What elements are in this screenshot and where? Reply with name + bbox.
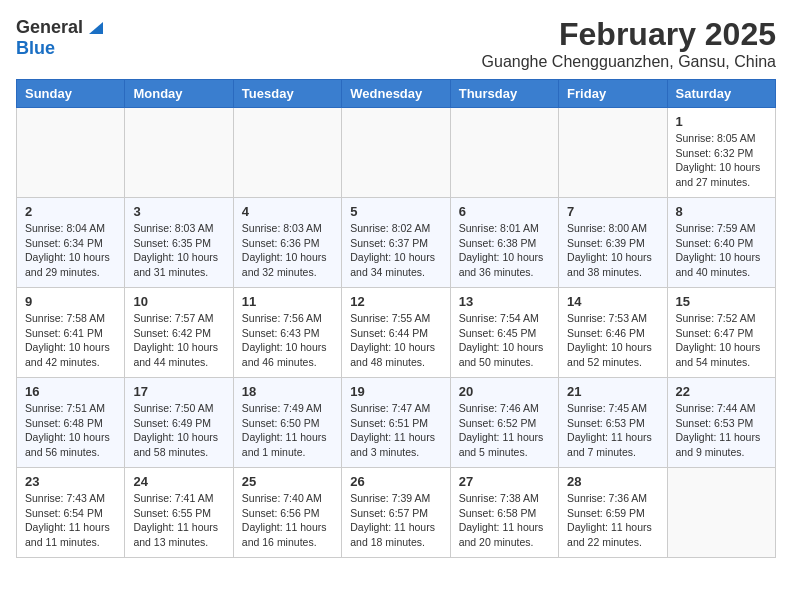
header-cell-sunday: Sunday — [17, 80, 125, 108]
day-info: Sunrise: 7:51 AM Sunset: 6:48 PM Dayligh… — [25, 401, 116, 460]
day-info: Sunrise: 7:40 AM Sunset: 6:56 PM Dayligh… — [242, 491, 333, 550]
day-cell: 7Sunrise: 8:00 AM Sunset: 6:39 PM Daylig… — [559, 198, 667, 288]
day-cell — [450, 108, 558, 198]
day-cell: 24Sunrise: 7:41 AM Sunset: 6:55 PM Dayli… — [125, 468, 233, 558]
day-cell: 8Sunrise: 7:59 AM Sunset: 6:40 PM Daylig… — [667, 198, 775, 288]
header-cell-saturday: Saturday — [667, 80, 775, 108]
day-number: 6 — [459, 204, 550, 219]
calendar-body: 1Sunrise: 8:05 AM Sunset: 6:32 PM Daylig… — [17, 108, 776, 558]
day-cell — [667, 468, 775, 558]
day-cell: 19Sunrise: 7:47 AM Sunset: 6:51 PM Dayli… — [342, 378, 450, 468]
day-number: 22 — [676, 384, 767, 399]
day-number: 5 — [350, 204, 441, 219]
logo-blue-text: Blue — [16, 38, 55, 58]
day-number: 21 — [567, 384, 658, 399]
week-row-1: 1Sunrise: 8:05 AM Sunset: 6:32 PM Daylig… — [17, 108, 776, 198]
day-cell — [559, 108, 667, 198]
day-info: Sunrise: 8:03 AM Sunset: 6:36 PM Dayligh… — [242, 221, 333, 280]
day-info: Sunrise: 7:46 AM Sunset: 6:52 PM Dayligh… — [459, 401, 550, 460]
title-area: February 2025 Guanghe Chengguanzhen, Gan… — [482, 16, 776, 71]
day-number: 18 — [242, 384, 333, 399]
logo-icon — [85, 16, 103, 34]
day-info: Sunrise: 7:50 AM Sunset: 6:49 PM Dayligh… — [133, 401, 224, 460]
day-info: Sunrise: 7:39 AM Sunset: 6:57 PM Dayligh… — [350, 491, 441, 550]
day-cell: 12Sunrise: 7:55 AM Sunset: 6:44 PM Dayli… — [342, 288, 450, 378]
day-number: 20 — [459, 384, 550, 399]
day-number: 10 — [133, 294, 224, 309]
day-info: Sunrise: 7:38 AM Sunset: 6:58 PM Dayligh… — [459, 491, 550, 550]
day-number: 14 — [567, 294, 658, 309]
day-info: Sunrise: 7:43 AM Sunset: 6:54 PM Dayligh… — [25, 491, 116, 550]
day-number: 15 — [676, 294, 767, 309]
header-cell-thursday: Thursday — [450, 80, 558, 108]
day-number: 19 — [350, 384, 441, 399]
day-cell: 3Sunrise: 8:03 AM Sunset: 6:35 PM Daylig… — [125, 198, 233, 288]
header-cell-monday: Monday — [125, 80, 233, 108]
day-cell: 11Sunrise: 7:56 AM Sunset: 6:43 PM Dayli… — [233, 288, 341, 378]
header-cell-friday: Friday — [559, 80, 667, 108]
day-info: Sunrise: 7:44 AM Sunset: 6:53 PM Dayligh… — [676, 401, 767, 460]
week-row-2: 2Sunrise: 8:04 AM Sunset: 6:34 PM Daylig… — [17, 198, 776, 288]
week-row-4: 16Sunrise: 7:51 AM Sunset: 6:48 PM Dayli… — [17, 378, 776, 468]
day-cell: 21Sunrise: 7:45 AM Sunset: 6:53 PM Dayli… — [559, 378, 667, 468]
day-cell: 28Sunrise: 7:36 AM Sunset: 6:59 PM Dayli… — [559, 468, 667, 558]
day-info: Sunrise: 8:03 AM Sunset: 6:35 PM Dayligh… — [133, 221, 224, 280]
header: General Blue February 2025 Guanghe Cheng… — [16, 16, 776, 71]
page-title: February 2025 — [482, 16, 776, 53]
svg-marker-0 — [89, 22, 103, 34]
day-number: 9 — [25, 294, 116, 309]
logo: General Blue — [16, 16, 103, 59]
day-info: Sunrise: 8:00 AM Sunset: 6:39 PM Dayligh… — [567, 221, 658, 280]
day-info: Sunrise: 7:57 AM Sunset: 6:42 PM Dayligh… — [133, 311, 224, 370]
day-number: 24 — [133, 474, 224, 489]
header-row: SundayMondayTuesdayWednesdayThursdayFrid… — [17, 80, 776, 108]
day-info: Sunrise: 7:52 AM Sunset: 6:47 PM Dayligh… — [676, 311, 767, 370]
week-row-5: 23Sunrise: 7:43 AM Sunset: 6:54 PM Dayli… — [17, 468, 776, 558]
day-number: 1 — [676, 114, 767, 129]
day-info: Sunrise: 7:58 AM Sunset: 6:41 PM Dayligh… — [25, 311, 116, 370]
day-info: Sunrise: 7:55 AM Sunset: 6:44 PM Dayligh… — [350, 311, 441, 370]
day-number: 28 — [567, 474, 658, 489]
day-cell: 6Sunrise: 8:01 AM Sunset: 6:38 PM Daylig… — [450, 198, 558, 288]
header-cell-tuesday: Tuesday — [233, 80, 341, 108]
day-cell — [125, 108, 233, 198]
day-number: 7 — [567, 204, 658, 219]
day-info: Sunrise: 7:56 AM Sunset: 6:43 PM Dayligh… — [242, 311, 333, 370]
day-number: 3 — [133, 204, 224, 219]
day-cell: 26Sunrise: 7:39 AM Sunset: 6:57 PM Dayli… — [342, 468, 450, 558]
day-number: 4 — [242, 204, 333, 219]
day-cell: 4Sunrise: 8:03 AM Sunset: 6:36 PM Daylig… — [233, 198, 341, 288]
day-info: Sunrise: 7:53 AM Sunset: 6:46 PM Dayligh… — [567, 311, 658, 370]
week-row-3: 9Sunrise: 7:58 AM Sunset: 6:41 PM Daylig… — [17, 288, 776, 378]
day-cell: 14Sunrise: 7:53 AM Sunset: 6:46 PM Dayli… — [559, 288, 667, 378]
day-info: Sunrise: 7:36 AM Sunset: 6:59 PM Dayligh… — [567, 491, 658, 550]
day-info: Sunrise: 8:05 AM Sunset: 6:32 PM Dayligh… — [676, 131, 767, 190]
day-info: Sunrise: 7:54 AM Sunset: 6:45 PM Dayligh… — [459, 311, 550, 370]
day-cell — [17, 108, 125, 198]
day-info: Sunrise: 8:01 AM Sunset: 6:38 PM Dayligh… — [459, 221, 550, 280]
header-cell-wednesday: Wednesday — [342, 80, 450, 108]
day-number: 13 — [459, 294, 550, 309]
calendar-table: SundayMondayTuesdayWednesdayThursdayFrid… — [16, 79, 776, 558]
day-cell: 5Sunrise: 8:02 AM Sunset: 6:37 PM Daylig… — [342, 198, 450, 288]
day-cell: 1Sunrise: 8:05 AM Sunset: 6:32 PM Daylig… — [667, 108, 775, 198]
day-info: Sunrise: 8:02 AM Sunset: 6:37 PM Dayligh… — [350, 221, 441, 280]
day-number: 27 — [459, 474, 550, 489]
day-cell: 22Sunrise: 7:44 AM Sunset: 6:53 PM Dayli… — [667, 378, 775, 468]
day-cell: 23Sunrise: 7:43 AM Sunset: 6:54 PM Dayli… — [17, 468, 125, 558]
day-number: 11 — [242, 294, 333, 309]
day-cell: 18Sunrise: 7:49 AM Sunset: 6:50 PM Dayli… — [233, 378, 341, 468]
day-cell: 17Sunrise: 7:50 AM Sunset: 6:49 PM Dayli… — [125, 378, 233, 468]
day-cell: 27Sunrise: 7:38 AM Sunset: 6:58 PM Dayli… — [450, 468, 558, 558]
day-cell: 20Sunrise: 7:46 AM Sunset: 6:52 PM Dayli… — [450, 378, 558, 468]
logo-general-text: General — [16, 18, 83, 38]
day-cell: 9Sunrise: 7:58 AM Sunset: 6:41 PM Daylig… — [17, 288, 125, 378]
day-number: 16 — [25, 384, 116, 399]
day-cell — [342, 108, 450, 198]
day-info: Sunrise: 7:49 AM Sunset: 6:50 PM Dayligh… — [242, 401, 333, 460]
day-cell — [233, 108, 341, 198]
day-number: 17 — [133, 384, 224, 399]
day-cell: 13Sunrise: 7:54 AM Sunset: 6:45 PM Dayli… — [450, 288, 558, 378]
day-info: Sunrise: 8:04 AM Sunset: 6:34 PM Dayligh… — [25, 221, 116, 280]
day-info: Sunrise: 7:45 AM Sunset: 6:53 PM Dayligh… — [567, 401, 658, 460]
